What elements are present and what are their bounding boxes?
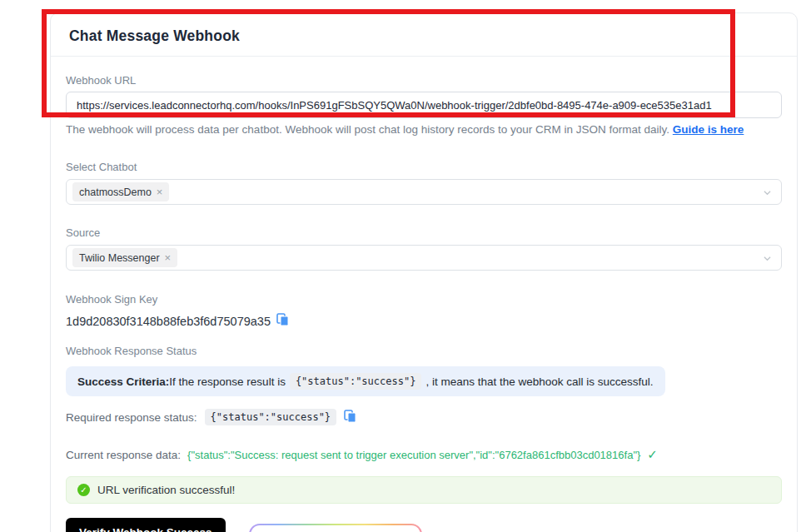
- webhook-url-label: Webhook URL: [66, 74, 782, 87]
- sign-key-value: 1d9d20830f3148b88feb3f6d75079a35: [66, 315, 271, 328]
- select-chatbot-label: Select Chatbot: [66, 161, 782, 173]
- verification-success-alert: ✓ URL verification successful!: [66, 476, 782, 504]
- help-text-body: The webhook will process data per chatbo…: [66, 123, 673, 136]
- check-circle-icon: ✓: [77, 484, 90, 496]
- criteria-before: If the response result is: [169, 375, 286, 388]
- source-label: Source: [66, 226, 782, 239]
- webhook-settings-card: Chat Message Webhook Webhook URL The web…: [50, 12, 798, 532]
- current-response-row: Current response data: {"status":"Succes…: [66, 447, 782, 462]
- source-multiselect[interactable]: Twilio Messenger ×: [66, 245, 782, 271]
- required-status-code: {"status":"success"}: [205, 409, 337, 425]
- chevron-down-icon: [764, 255, 771, 262]
- source-chip-label: Twilio Messenger: [79, 252, 160, 264]
- verify-webhook-button[interactable]: Verify Webhook Success: [66, 518, 226, 532]
- sign-key-row: 1d9d20830f3148b88feb3f6d75079a35: [66, 313, 782, 329]
- criteria-after: , it means that the webhook call is succ…: [425, 375, 653, 388]
- rainbow-widget-inner: [251, 525, 420, 532]
- copy-icon[interactable]: [276, 313, 289, 329]
- webhook-help-text: The webhook will process data per chatbo…: [66, 123, 782, 136]
- response-status-label: Webhook Response Status: [66, 345, 782, 357]
- required-status-label: Required response status:: [66, 411, 197, 424]
- required-status-row: Required response status: {"status":"suc…: [66, 409, 782, 425]
- copy-icon[interactable]: [344, 410, 356, 425]
- page-title: Chat Message Webhook: [69, 27, 779, 45]
- chatbot-chip: chatmossDemo ×: [72, 182, 169, 201]
- card-header: Chat Message Webhook: [51, 13, 797, 57]
- criteria-title: Success Criteria:: [77, 375, 169, 388]
- webhook-url-input[interactable]: [66, 92, 782, 118]
- source-chip: Twilio Messenger ×: [72, 248, 177, 267]
- rainbow-border-widget: [249, 524, 422, 532]
- success-criteria-box: Success Criteria: If the response result…: [66, 366, 665, 396]
- chip-close-icon[interactable]: ×: [157, 186, 163, 197]
- success-check-icon: ✓: [647, 447, 658, 462]
- criteria-code: {"status":"success"}: [290, 373, 422, 390]
- sign-key-label: Webhook Sign Key: [66, 293, 782, 306]
- chatbot-multiselect[interactable]: chatmossDemo ×: [66, 179, 782, 205]
- chip-close-icon[interactable]: ×: [165, 252, 172, 263]
- chevron-down-icon: [764, 189, 771, 196]
- current-response-value: {"status":"Success: request sent to trig…: [187, 449, 640, 461]
- card-body: Webhook URL The webhook will process dat…: [51, 74, 797, 532]
- alert-text: URL verification successful!: [97, 484, 235, 496]
- guide-link[interactable]: Guide is here: [673, 123, 744, 136]
- chatbot-chip-label: chatmossDemo: [79, 186, 152, 198]
- current-response-label: Current response data:: [66, 449, 181, 461]
